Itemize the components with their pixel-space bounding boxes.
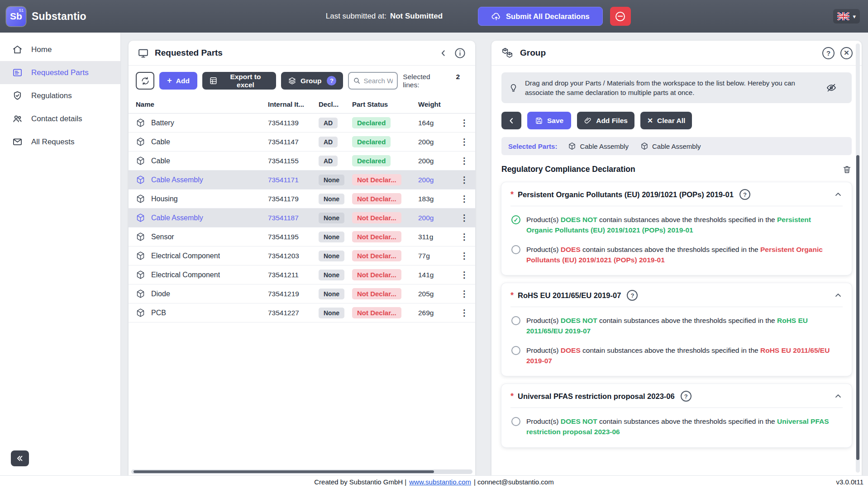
radio-button[interactable] <box>511 346 520 355</box>
declaration-card: * Persistent Organic Pollutants (EU) 201… <box>501 182 852 275</box>
language-selector[interactable]: ▾ <box>833 9 860 24</box>
declaration-option[interactable]: Product(s) DOES NOT contain substances a… <box>511 416 842 437</box>
trash-icon[interactable] <box>842 165 852 174</box>
clear-all-button[interactable]: ✕ Clear All <box>640 112 692 129</box>
help-icon[interactable]: ? <box>627 290 638 301</box>
table-row[interactable]: Battery 73541139 AD Declared 164g ⋮ <box>129 114 475 133</box>
table-row[interactable]: Electrical Component 73541203 None Not D… <box>129 246 475 265</box>
block-submissions-button[interactable] <box>610 7 631 26</box>
table-row[interactable]: Cable Assembly 73541187 None Not Declar.… <box>129 208 475 227</box>
vertical-scrollbar-thumb[interactable] <box>856 155 859 460</box>
search-box[interactable] <box>348 72 398 90</box>
app-logo[interactable]: Sb51 <box>6 7 26 26</box>
option-verb: DOES <box>561 246 581 253</box>
submit-all-declarations-button[interactable]: Submit All Declarations <box>478 7 603 26</box>
refresh-button[interactable] <box>136 72 154 90</box>
close-icon[interactable]: ✕ <box>840 47 853 59</box>
footer-website-link[interactable]: www.substantio.com <box>409 478 471 486</box>
search-input[interactable] <box>363 77 393 85</box>
sidebar-collapse-button[interactable] <box>11 450 29 466</box>
part-internal-id: 73541155 <box>268 157 319 165</box>
row-menu-button[interactable]: ⋮ <box>460 213 469 223</box>
row-menu-button[interactable]: ⋮ <box>460 251 469 261</box>
add-button[interactable]: + Add <box>159 72 197 90</box>
horizontal-scrollbar-thumb[interactable] <box>134 470 434 473</box>
chevron-up-icon[interactable] <box>834 190 843 199</box>
vertical-scrollbar[interactable] <box>856 43 860 473</box>
row-menu-button[interactable]: ⋮ <box>460 308 469 318</box>
part-status-badge: Declared <box>352 155 391 166</box>
table-row[interactable]: Cable 73541147 AD Declared 200g ⋮ <box>129 133 475 152</box>
table-row[interactable]: Diode 73541219 None Not Declar... 205g ⋮ <box>129 284 475 303</box>
column-header-internal-item[interactable]: Internal It... <box>268 100 319 108</box>
radio-button[interactable] <box>511 417 520 426</box>
row-menu-button[interactable]: ⋮ <box>460 270 469 280</box>
table-row[interactable]: Cable 73541155 AD Declared 200g ⋮ <box>129 152 475 171</box>
option-text: Product(s) DOES NOT contain substances a… <box>526 214 834 236</box>
sidebar-item-home[interactable]: Home <box>0 38 120 61</box>
row-menu-button[interactable]: ⋮ <box>460 118 469 128</box>
horizontal-scrollbar[interactable] <box>131 469 472 474</box>
sidebar-item-contact-details[interactable]: Contact details <box>0 107 120 130</box>
group-panel: Group ? ✕ Drag and drop your Parts / Mat… <box>491 41 862 475</box>
declaration-option[interactable]: Product(s) DOES contain substances above… <box>511 345 842 366</box>
declarable-badge: None <box>319 213 344 223</box>
help-icon[interactable]: ? <box>739 189 750 200</box>
table-row[interactable]: Housing 73541179 None Not Declar... 183g… <box>129 190 475 208</box>
declaration-option[interactable]: Product(s) DOES NOT contain substances a… <box>511 214 842 236</box>
chevron-up-icon[interactable] <box>834 291 843 300</box>
option-text: Product(s) DOES NOT contain substances a… <box>526 315 834 336</box>
collapse-panel-icon[interactable] <box>439 48 448 58</box>
part-name: Cable <box>151 138 170 146</box>
row-menu-button[interactable]: ⋮ <box>460 137 469 147</box>
group-button[interactable]: Group ? <box>281 72 343 90</box>
row-menu-button[interactable]: ⋮ <box>460 232 469 242</box>
part-internal-id: 73541139 <box>268 119 319 127</box>
declarable-badge: None <box>319 251 344 261</box>
row-menu-button[interactable]: ⋮ <box>460 156 469 166</box>
declaration-option[interactable]: Product(s) DOES contain substances above… <box>511 244 842 265</box>
info-icon[interactable] <box>454 47 466 59</box>
export-to-excel-button[interactable]: Export to excel <box>202 72 276 90</box>
home-icon <box>12 44 23 55</box>
uk-flag-icon <box>837 12 849 20</box>
help-icon[interactable]: ? <box>681 391 692 402</box>
radio-button[interactable] <box>511 245 520 254</box>
table-row[interactable]: Sensor 73541195 None Not Declar... 311g … <box>129 227 475 246</box>
back-button[interactable] <box>501 112 521 129</box>
parts-card-icon <box>12 67 23 78</box>
save-button[interactable]: Save <box>527 112 571 129</box>
table-row[interactable]: Electrical Component 73541211 None Not D… <box>129 265 475 284</box>
selected-part-chip[interactable]: Cable Assembly <box>568 142 629 150</box>
declaration-option[interactable]: Product(s) DOES NOT contain substances a… <box>511 315 842 336</box>
column-header-declarable[interactable]: Decl... <box>319 100 352 108</box>
help-icon[interactable]: ? <box>822 47 835 59</box>
table-row[interactable]: PCB 73541227 None Not Declar... 269g ⋮ <box>129 303 475 322</box>
radio-button[interactable] <box>511 215 520 224</box>
column-header-name[interactable]: Name <box>136 100 268 108</box>
radio-button[interactable] <box>511 316 520 325</box>
row-menu-button[interactable]: ⋮ <box>460 175 469 185</box>
row-menu-button[interactable]: ⋮ <box>460 289 469 299</box>
last-submitted-value: Not Submitted <box>390 12 443 21</box>
column-header-weight[interactable]: Weight <box>418 100 455 108</box>
sidebar-item-all-requests[interactable]: All Requests <box>0 130 120 153</box>
selected-part-chip[interactable]: Cable Assembly <box>640 142 701 150</box>
table-row[interactable]: Cable Assembly 73541171 None Not Declar.… <box>129 171 475 190</box>
group-actions: Save Add Files ✕ Clear All <box>501 112 852 129</box>
option-middle: contain substances above the thresholds … <box>581 246 760 253</box>
chevron-up-icon[interactable] <box>834 392 843 401</box>
row-menu-button[interactable]: ⋮ <box>460 194 469 204</box>
group-help-badge[interactable]: ? <box>327 76 336 85</box>
column-header-part-status[interactable]: Part Status <box>352 100 418 108</box>
option-prefix: Product(s) <box>526 216 561 223</box>
declarations-list: * Persistent Organic Pollutants (EU) 201… <box>501 182 852 447</box>
add-files-button[interactable]: Add Files <box>577 112 634 129</box>
sidebar-item-requested-parts[interactable]: Requested Parts <box>0 61 120 84</box>
declarable-badge: None <box>319 232 344 242</box>
declaration-card: * RoHS EU 2011/65/EU 2019-07 ? Product(s… <box>501 283 852 376</box>
envelope-icon <box>12 137 23 147</box>
eye-slash-icon[interactable] <box>826 82 837 93</box>
declaration-card: * Universal PFAS restriction proposal 20… <box>501 384 852 447</box>
sidebar-item-regulations[interactable]: Regulations <box>0 84 120 107</box>
